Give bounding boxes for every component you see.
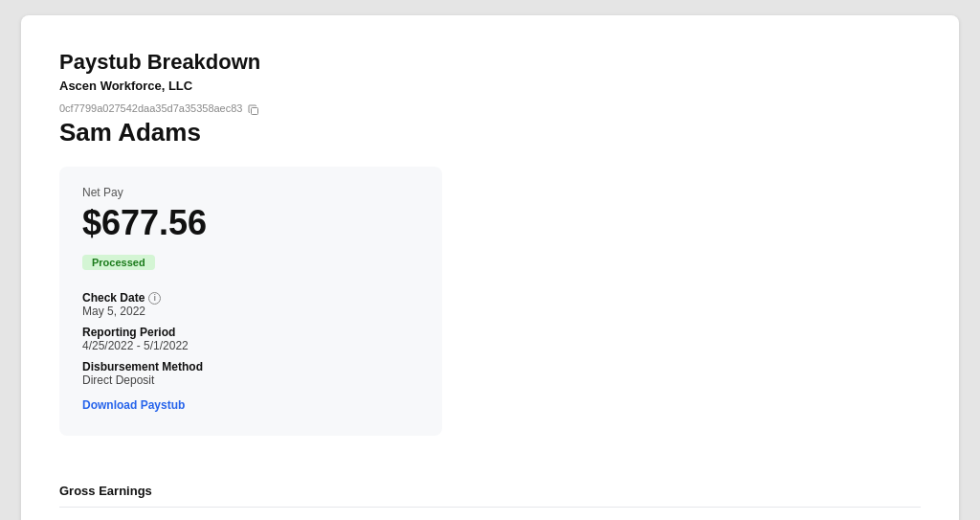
gross-earnings-header: Gross Earnings <box>59 466 921 507</box>
check-date-label: Check Date i <box>82 291 419 305</box>
summary-card: Net Pay $677.56 Processed Check Date i M… <box>59 167 442 436</box>
status-badge: Processed <box>82 255 155 270</box>
net-pay-label: Net Pay <box>82 186 419 199</box>
disbursement-value: Direct Deposit <box>82 373 419 387</box>
copy-icon[interactable] <box>248 102 259 114</box>
employee-id: 0cf7799a027542daa35d7a35358aec83 <box>59 102 242 114</box>
employee-name: Sam Adams <box>59 118 921 147</box>
svg-rect-0 <box>252 108 258 115</box>
net-pay-amount: $677.56 <box>82 203 419 243</box>
page-container: Paystub Breakdown Ascen Workforce, LLC 0… <box>21 15 959 520</box>
shifts-row: Shifts $850.00 <box>59 507 921 520</box>
gross-earnings-section: Gross Earnings Shifts $850.00 <box>59 466 921 520</box>
gross-earnings-title: Gross Earnings <box>59 484 152 498</box>
check-date-value: May 5, 2022 <box>82 305 419 318</box>
disbursement-label: Disbursement Method <box>82 360 419 373</box>
id-row: 0cf7799a027542daa35d7a35358aec83 <box>59 102 921 114</box>
download-paystub-link[interactable]: Download Paystub <box>82 398 185 412</box>
company-name: Ascen Workforce, LLC <box>59 79 921 93</box>
page-title: Paystub Breakdown <box>59 50 921 75</box>
reporting-period-label: Reporting Period <box>82 326 419 339</box>
check-date-info-icon[interactable]: i <box>148 292 161 305</box>
reporting-period-value: 4/25/2022 - 5/1/2022 <box>82 339 419 352</box>
